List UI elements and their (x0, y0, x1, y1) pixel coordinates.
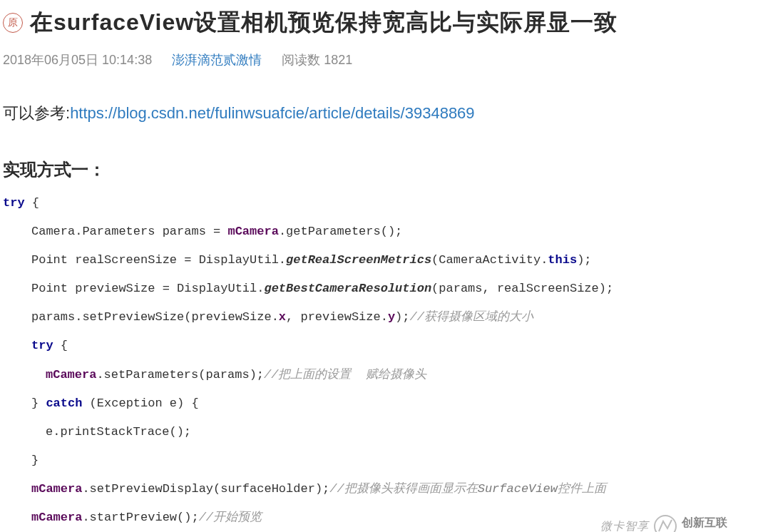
code-line: } (3, 453, 755, 469)
original-badge: 原 (3, 13, 23, 33)
reads-value: 1821 (324, 53, 352, 67)
code-line: try { (3, 338, 755, 354)
member-mcamera: mCamera (46, 368, 96, 382)
code-text: (Exception e) { (82, 397, 198, 410)
code-comment: //把上面的设置 赋给摄像头 (264, 368, 426, 382)
member-x: x (279, 310, 286, 324)
code-text: { (25, 196, 39, 210)
code-text: params.setPreviewSize(previewSize. (31, 310, 279, 324)
article-header: 原 在surfaceView设置相机预览保持宽高比与实际屏显一致 (3, 7, 755, 39)
code-block: try { Camera.Parameters params = mCamera… (3, 195, 755, 526)
code-text: e.printStackTrace(); (46, 425, 191, 439)
publish-date: 2018年06月05日 10:14:38 (3, 51, 152, 68)
code-line: Point realScreenSize = DisplayUtil.getRe… (3, 252, 755, 268)
code-text: ); (577, 253, 591, 267)
code-line: Point previewSize = DisplayUtil.getBestC… (3, 281, 755, 297)
reference-label: 可以参考: (3, 104, 70, 122)
code-line: mCamera.setParameters(params);//把上面的设置 赋… (3, 367, 755, 383)
code-text: .getParameters(); (279, 225, 402, 238)
code-line: } catch (Exception e) { (3, 396, 755, 411)
logo-icon (653, 514, 677, 532)
member-mcamera: mCamera (31, 511, 82, 524)
code-text: Point realScreenSize = DisplayUtil. (31, 253, 286, 267)
keyword-try: try (3, 196, 25, 210)
comment-text: 控件上面 (558, 482, 606, 496)
section-heading: 实现方式一： (3, 158, 755, 181)
code-text: } (31, 397, 46, 410)
watermark-text: 微卡智享 (600, 519, 649, 532)
code-text: { (53, 339, 68, 352)
watermark-brand: 创新互联 CHUANG XIN HU LIAN (682, 516, 748, 532)
code-text: Point previewSize = DisplayUtil. (31, 282, 264, 295)
reference-line: 可以参考:https://blog.csdn.net/fulinwsuafcie… (3, 103, 755, 124)
reads-label: 阅读数 (282, 53, 320, 67)
code-line: mCamera.setPreviewDisplay(surfaceHolder)… (3, 481, 755, 497)
keyword-try: try (31, 339, 53, 352)
read-count: 阅读数 1821 (282, 51, 352, 68)
article-title: 在surfaceView设置相机预览保持宽高比与实际屏显一致 (30, 7, 618, 39)
code-text: (CameraActivity. (431, 253, 548, 267)
keyword-this: this (548, 253, 577, 267)
comment-text: //把摄像头获得画面显示在 (329, 482, 477, 496)
watermark: 微卡智享 创新互联 CHUANG XIN HU LIAN (600, 514, 748, 532)
brand-cn: 创新互联 (682, 516, 727, 528)
func-name: getBestCameraResolution (264, 282, 431, 295)
keyword-catch: catch (46, 397, 82, 410)
member-y: y (388, 310, 395, 324)
code-comment: //把摄像头获得画面显示在SurfaceView控件上面 (329, 482, 606, 496)
code-text: .setPreviewDisplay(surfaceHolder); (82, 482, 329, 496)
member-mcamera: mCamera (227, 225, 278, 238)
comment-emph: SurfaceView (478, 482, 558, 496)
code-text: ); (395, 310, 409, 324)
member-mcamera: mCamera (31, 482, 82, 496)
code-text: .setParameters(params); (96, 368, 264, 382)
code-text: , previewSize. (286, 310, 388, 324)
code-comment: //开始预览 (199, 511, 262, 524)
code-line: e.printStackTrace(); (3, 424, 755, 440)
code-text: Camera.Parameters params = (31, 225, 227, 238)
code-line: try { (3, 195, 755, 211)
article-meta: 2018年06月05日 10:14:38 澎湃滴范贰激情 阅读数 1821 (3, 51, 755, 68)
code-line: params.setPreviewSize(previewSize.x, pre… (3, 310, 755, 325)
code-text: (params, realScreenSize); (431, 282, 613, 295)
func-name: getRealScreenMetrics (286, 253, 431, 267)
code-text: } (31, 454, 39, 467)
code-text: .startPreview(); (82, 511, 198, 524)
code-line: Camera.Parameters params = mCamera.getPa… (3, 224, 755, 240)
reference-link[interactable]: https://blog.csdn.net/fulinwsuafcie/arti… (70, 104, 474, 122)
code-comment: //获得摄像区域的大小 (410, 310, 533, 324)
author-link[interactable]: 澎湃滴范贰激情 (172, 51, 262, 68)
